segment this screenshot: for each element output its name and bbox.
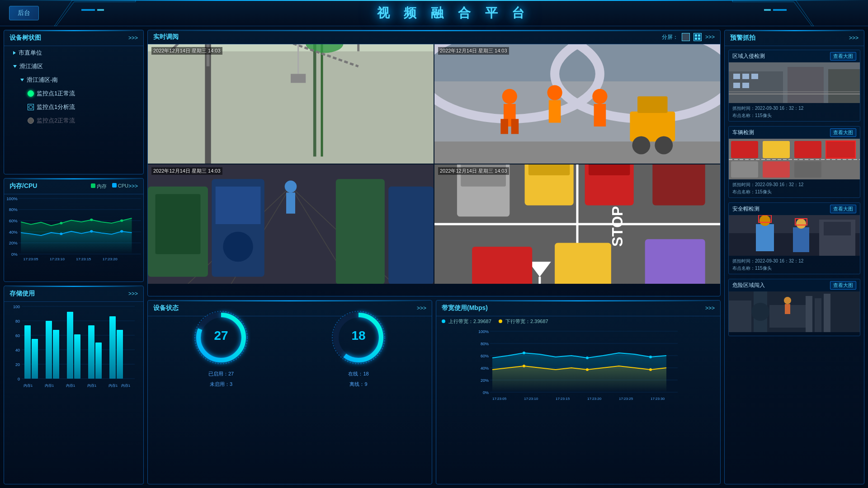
- tree-item-monitor1[interactable]: 监控点1正常流: [4, 87, 143, 100]
- svg-text:27: 27: [214, 328, 228, 343]
- tree-item-monitor2[interactable]: 监控点2正常流: [4, 114, 143, 127]
- svg-rect-87: [630, 112, 675, 142]
- alert-more[interactable]: >>>: [849, 35, 859, 41]
- video-grid: 2022年12月14日 星期三 14:03: [148, 44, 720, 284]
- svg-text:内存1: 内存1: [87, 384, 97, 388]
- svg-rect-171: [742, 83, 749, 88]
- svg-rect-167: [733, 74, 740, 79]
- svg-text:0%: 0%: [11, 252, 18, 256]
- back-button[interactable]: 后台: [9, 6, 39, 20]
- split-label: 分屏：: [662, 33, 678, 41]
- tree-label-monitor1: 监控点1正常流: [37, 89, 75, 98]
- svg-text:内存1: 内存1: [66, 384, 75, 388]
- tree-label-qingpu: 滑江浦区: [19, 62, 43, 70]
- legend-cpu: CPU: [112, 183, 128, 190]
- alert-thumb-2: [729, 139, 860, 179]
- svg-text:40: 40: [15, 348, 20, 352]
- alert-camera-1: 布点名称：115像头: [732, 112, 856, 119]
- svg-rect-188: [756, 224, 774, 251]
- svg-rect-169: [751, 74, 758, 79]
- svg-rect-180: [731, 161, 758, 178]
- alert-view-btn-3[interactable]: 查看大图: [830, 205, 856, 213]
- alert-item-vehicle: 车辆检测 查看大图: [728, 126, 860, 198]
- svg-marker-6: [29, 105, 33, 109]
- device-tree-title: 设备树状图: [9, 34, 128, 42]
- alert-view-btn-4[interactable]: 查看大图: [830, 281, 856, 290]
- svg-text:0%: 0%: [483, 390, 489, 395]
- svg-rect-182: [794, 161, 821, 178]
- device-status-panel: 设备状态 >>>: [147, 300, 432, 484]
- tree-item-qingpu-south[interactable]: 滑江浦区-南: [4, 73, 143, 87]
- alert-item-helmet: 安全帽检测 查看大图: [728, 202, 860, 274]
- alert-item-title-2: 车辆检测: [732, 129, 830, 136]
- header: 后台 视 频 融 合 平 台: [0, 0, 868, 26]
- svg-point-89: [632, 136, 650, 155]
- svg-point-155: [586, 368, 589, 371]
- video-cell-2[interactable]: 2022年12月14日 星期三 14:03: [434, 44, 720, 164]
- svg-text:17:23:05: 17:23:05: [23, 257, 38, 261]
- video-cell-4[interactable]: 2022年12月14日 星期三 14:03 STOP 22 11: [434, 164, 720, 284]
- alert-camera-2: 布点名称：115像头: [732, 188, 856, 196]
- split-4-button[interactable]: [693, 33, 702, 41]
- svg-rect-82: [511, 119, 519, 134]
- svg-text:内存1: 内存1: [24, 384, 33, 388]
- tree-label-qingpu-south: 滑江浦区-南: [27, 76, 58, 84]
- alert-view-btn-2[interactable]: 查看大图: [830, 128, 856, 137]
- tree-item-monitor1a[interactable]: 监控点1分析流: [4, 100, 143, 114]
- split-1-button[interactable]: [682, 33, 690, 41]
- gauge-svg-2: 18: [329, 308, 388, 367]
- video-timestamp-2: 2022年12月14日 星期三 14:03: [438, 47, 509, 55]
- alert-time-1: 抓拍时间：2022-09-30 16：32：12: [732, 105, 856, 112]
- svg-rect-44: [32, 339, 38, 379]
- device-tree-header: 设备树状图 >>>: [4, 30, 143, 46]
- tree-item-qingpu[interactable]: 滑江浦区: [4, 60, 143, 73]
- alert-info-1: 抓拍时间：2022-09-30 16：32：12 布点名称：115像头: [729, 103, 860, 121]
- svg-text:80: 80: [15, 319, 20, 324]
- svg-point-23: [120, 220, 123, 222]
- tree-item-city[interactable]: 市直单位: [4, 46, 143, 60]
- gauge-label-1a: 已启用：27: [208, 371, 234, 377]
- video-cell-3[interactable]: 2022年12月14日 星期三 14:03: [148, 164, 434, 284]
- video-more[interactable]: >>>: [705, 34, 715, 40]
- svg-text:80%: 80%: [481, 342, 489, 346]
- svg-point-151: [523, 352, 525, 354]
- svg-rect-201: [824, 294, 830, 332]
- svg-point-21: [60, 222, 62, 224]
- bw-more[interactable]: >>>: [705, 305, 715, 311]
- legend-memory: 内存: [91, 183, 107, 190]
- storage-more[interactable]: >>>: [128, 291, 138, 297]
- alert-item-header-3: 安全帽检测 查看大图: [729, 203, 860, 215]
- svg-rect-51: [109, 316, 116, 379]
- svg-text:40%: 40%: [9, 230, 18, 234]
- tree-label-city: 市直单位: [19, 49, 42, 57]
- device-status-more[interactable]: >>>: [417, 305, 426, 311]
- svg-rect-203: [785, 304, 790, 314]
- svg-text:17:23:10: 17:23:10: [50, 257, 65, 261]
- svg-point-192: [796, 219, 806, 229]
- video-title: 实时调阅: [153, 33, 662, 41]
- svg-rect-181: [763, 161, 790, 178]
- svg-text:内存1: 内存1: [45, 384, 54, 388]
- svg-point-90: [655, 136, 673, 155]
- device-tree-more[interactable]: >>>: [128, 35, 138, 41]
- video-cell-1[interactable]: 2022年12月14日 星期三 14:03: [148, 44, 434, 164]
- split-cell-1: [695, 34, 697, 37]
- svg-rect-176: [763, 141, 790, 158]
- video-timestamp-4: 2022年12月14日 星期三 14:03: [438, 167, 509, 175]
- cpu-more[interactable]: >>>: [128, 183, 138, 189]
- video-timestamp-1: 2022年12月14日 星期三 14:03: [151, 47, 222, 55]
- gauge-item-1: 27 已启用：27 未启用：3: [192, 308, 250, 388]
- svg-text:17:23:25: 17:23:25: [619, 397, 633, 401]
- gauge-item-2: 18 在线：18 离线：9: [329, 308, 388, 388]
- svg-text:20: 20: [15, 362, 20, 367]
- alert-view-btn-1[interactable]: 查看大图: [830, 52, 856, 61]
- svg-rect-104: [216, 187, 261, 224]
- video-controls: 分屏： >>>: [662, 33, 715, 41]
- alert-header: 预警抓拍 >>>: [725, 30, 864, 46]
- svg-rect-200: [815, 298, 821, 332]
- bw-legend-down: 下行带宽：2.39687: [499, 318, 548, 325]
- alert-item-header-4: 危险区域闯入 查看大图: [729, 279, 860, 291]
- cpu-header: 内存/CPU 内存 CPU >>>: [4, 178, 143, 194]
- alert-thumb-1: [729, 62, 860, 103]
- svg-rect-191: [793, 227, 809, 252]
